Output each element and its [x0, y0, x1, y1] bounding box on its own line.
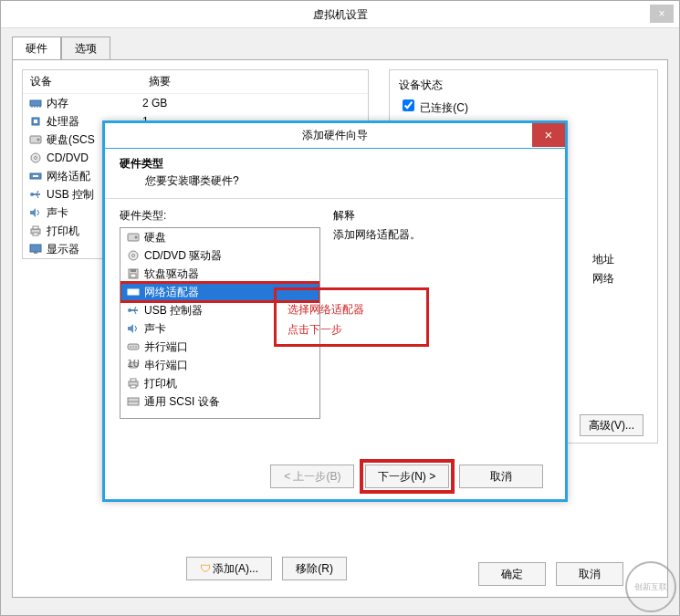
- partial-network: 网络: [592, 271, 656, 287]
- disk-icon: [126, 231, 141, 244]
- add-button[interactable]: 🛡添加(A)...: [186, 557, 272, 580]
- net-icon: [28, 170, 43, 183]
- hardware-item[interactable]: 0101串行端口: [120, 356, 319, 374]
- cd-icon: [126, 249, 141, 262]
- back-button: < 上一步(B): [270, 465, 354, 488]
- net-icon: [126, 286, 141, 298]
- hardware-item-label: 串行端口: [144, 358, 188, 373]
- remove-button[interactable]: 移除(R): [282, 557, 347, 580]
- svg-rect-28: [131, 269, 136, 272]
- vm-settings-title-text: 虚拟机设置: [313, 8, 368, 21]
- svg-marker-36: [128, 324, 133, 333]
- checkbox-connected[interactable]: 已连接(C): [399, 97, 648, 116]
- svg-rect-20: [33, 233, 38, 235]
- vm-settings-title: 虚拟机设置 ×: [1, 1, 679, 28]
- hardware-item[interactable]: 软盘驱动器: [120, 265, 319, 283]
- printer-icon: [126, 377, 141, 390]
- device-row[interactable]: 内存2 GB: [23, 94, 368, 112]
- tab-bar: 硬件选项: [12, 36, 679, 59]
- svg-rect-0: [30, 100, 41, 106]
- svg-rect-31: [131, 291, 136, 293]
- wizard-titlebar: 添加硬件向导 ×: [105, 123, 565, 149]
- annotation-box: 选择网络适配器 点击下一步: [274, 287, 429, 347]
- vm-close-button[interactable]: ×: [650, 5, 674, 23]
- wizard-head-title: 硬件类型: [120, 156, 550, 172]
- svg-point-38: [130, 346, 131, 348]
- hardware-item[interactable]: 打印机: [120, 374, 319, 392]
- serial-icon: 0101: [126, 359, 141, 371]
- advanced-button[interactable]: 高级(V)...: [580, 414, 643, 436]
- wizard-close-button[interactable]: ×: [532, 123, 565, 147]
- device-header: 设备 摘要: [23, 70, 368, 94]
- hardware-item[interactable]: 硬盘: [120, 228, 319, 246]
- shield-icon: 🛡: [200, 562, 211, 575]
- wizard-title-text: 添加硬件向导: [302, 128, 368, 143]
- device-summary: 2 GB: [142, 97, 362, 110]
- watermark-logo: 创新互联: [625, 561, 676, 612]
- svg-rect-22: [34, 252, 37, 254]
- memory-icon: [28, 97, 43, 110]
- display-icon: [28, 243, 43, 256]
- usb-icon: [28, 188, 43, 201]
- checkbox-connected-input[interactable]: [403, 99, 414, 111]
- hardware-item-label: 硬盘: [144, 230, 166, 245]
- wizard-head-subtitle: 您要安装哪类硬件?: [145, 173, 550, 189]
- device-name: 内存: [47, 96, 142, 111]
- svg-rect-19: [33, 226, 38, 229]
- svg-point-26: [132, 255, 135, 257]
- add-remove-row: 🛡添加(A)... 移除(R): [186, 557, 354, 580]
- cpu-icon: [28, 115, 43, 128]
- hardware-item-label: 网络适配器: [144, 285, 199, 300]
- floppy-icon: [126, 267, 141, 280]
- hardware-item-label: 并行端口: [144, 339, 188, 355]
- scsi-icon: [126, 395, 141, 408]
- hardware-item-label: USB 控制器: [144, 303, 203, 318]
- hardware-item-label: 通用 SCSI 设备: [144, 394, 220, 410]
- svg-rect-6: [34, 120, 37, 123]
- svg-point-8: [37, 139, 40, 141]
- add-button-label: 添加(A)...: [213, 562, 258, 575]
- ok-button[interactable]: 确定: [478, 562, 546, 586]
- checkbox-connected-label: 已连接(C): [420, 101, 468, 114]
- svg-point-39: [132, 346, 134, 348]
- svg-point-24: [135, 236, 138, 239]
- svg-rect-21: [30, 245, 41, 252]
- annotation-line2: 点击下一步: [288, 319, 415, 339]
- hardware-item-label: 声卡: [144, 321, 166, 337]
- next-button[interactable]: 下一步(N) >: [365, 465, 449, 488]
- svg-rect-45: [131, 385, 136, 388]
- wizard-left-label: 硬件类型:: [120, 208, 320, 224]
- tab-options[interactable]: 选项: [61, 37, 110, 60]
- wizard-right-text: 添加网络适配器。: [333, 227, 550, 243]
- hardware-item[interactable]: CD/DVD 驱动器: [120, 246, 319, 265]
- printer-icon: [28, 224, 43, 237]
- wizard-button-row: < 上一步(B) 下一步(N) > 取消: [270, 465, 550, 488]
- wizard-right-label: 解释: [333, 208, 550, 224]
- svg-marker-17: [30, 208, 36, 217]
- hardware-item[interactable]: 通用 SCSI 设备: [120, 392, 319, 411]
- partial-address: 地址: [592, 252, 656, 267]
- col-device: 设备: [23, 70, 141, 93]
- cd-icon: [28, 151, 43, 164]
- svg-text:0101: 0101: [127, 360, 140, 370]
- parallel-icon: [126, 340, 141, 353]
- sound-icon: [126, 322, 141, 335]
- svg-rect-12: [33, 175, 38, 177]
- status-legend: 设备状态: [399, 78, 648, 93]
- svg-rect-29: [131, 274, 136, 277]
- tab-hardware[interactable]: 硬件: [12, 37, 61, 60]
- disk-icon: [28, 133, 43, 146]
- svg-point-10: [35, 157, 37, 160]
- annotation-line1: 选择网络适配器: [288, 299, 415, 319]
- ok-cancel-row: 确定 取消: [478, 562, 631, 586]
- usb-icon: [126, 304, 141, 317]
- svg-rect-44: [131, 379, 136, 381]
- svg-point-40: [135, 346, 137, 348]
- cancel-button[interactable]: 取消: [556, 562, 623, 586]
- hardware-item-label: CD/DVD 驱动器: [144, 248, 222, 264]
- sound-icon: [28, 206, 43, 219]
- hardware-item-label: 软盘驱动器: [144, 266, 199, 282]
- wizard-header: 硬件类型 您要安装哪类硬件?: [105, 149, 565, 199]
- col-summary: 摘要: [141, 70, 178, 93]
- wizard-cancel-button[interactable]: 取消: [459, 465, 543, 488]
